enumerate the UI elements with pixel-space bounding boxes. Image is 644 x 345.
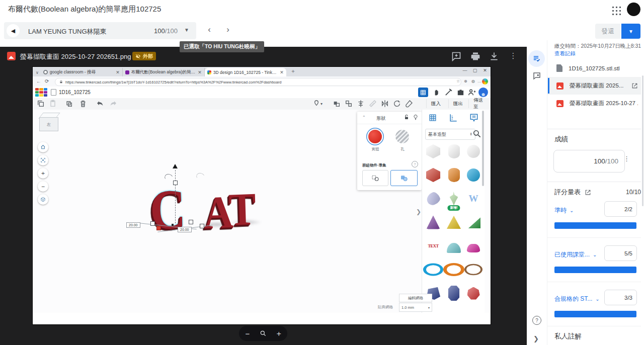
copy-icon[interactable]: [37, 100, 45, 108]
home-view-button[interactable]: [38, 142, 48, 152]
shape-tile-prism[interactable]: [443, 284, 464, 303]
shape-tile-paraboloid[interactable]: [443, 236, 464, 255]
grade-menu-icon[interactable]: ⋮: [623, 155, 630, 162]
delete-icon[interactable]: [79, 100, 87, 108]
tinkercad-avatar[interactable]: ☻: [478, 88, 488, 97]
criterion-label[interactable]: 準時⌄: [554, 206, 574, 215]
open-in-new-icon[interactable]: [631, 82, 638, 89]
view-cube[interactable]: 左: [39, 113, 60, 133]
tinkercad-logo[interactable]: [35, 88, 47, 97]
shape-tile-half-sphere[interactable]: [464, 236, 482, 255]
scale-handle[interactable]: [173, 181, 178, 185]
zoom-in-icon[interactable]: ＋: [274, 329, 284, 338]
duplicate-icon[interactable]: [65, 100, 73, 108]
panel-collapse-icon[interactable]: ❯: [416, 208, 421, 215]
chevron-down-icon[interactable]: ▾: [320, 102, 329, 110]
export-button[interactable]: 匯出: [448, 99, 467, 108]
zoom-out-button[interactable]: −: [38, 181, 48, 192]
history-link[interactable]: 查看記錄: [554, 50, 576, 57]
edge-browser-icon[interactable]: [482, 78, 488, 84]
browser-tab[interactable]: 布爾代數(Boolean algebra)的簡單...✕: [123, 68, 205, 76]
shape-tile-text-w[interactable]: W: [464, 189, 482, 208]
print-icon[interactable]: [470, 51, 480, 61]
criterion-score-input[interactable]: 2/2: [604, 201, 637, 217]
student-selector[interactable]: ◀ LAM YEUNG TUNG林陽東 100/100 ▼: [4, 22, 196, 39]
shape-tile-pyramid[interactable]: [443, 213, 464, 232]
view-cube-face[interactable]: 左: [39, 117, 58, 131]
briefcase-icon[interactable]: [456, 88, 465, 97]
active-handle[interactable]: [156, 226, 161, 230]
attachment-row[interactable]: 螢幕擷取畫面 2025...: [547, 77, 641, 95]
ungroup-icon[interactable]: [345, 100, 353, 108]
criterion-label[interactable]: 合規格的 ST...⌄: [554, 295, 600, 303]
corner-handle[interactable]: [150, 221, 155, 226]
ruler-tool-icon[interactable]: [448, 113, 458, 123]
group-option-button-selected[interactable]: [390, 170, 418, 186]
attachment-row[interactable]: 1D16_102725.stl.stl: [547, 59, 641, 77]
student-prev-icon[interactable]: ◀: [7, 24, 20, 37]
panel-scrollbar[interactable]: [482, 111, 484, 186]
sidebar-scrollbar[interactable]: [642, 75, 643, 206]
hand-tool-icon[interactable]: [432, 88, 441, 97]
grade-input[interactable]: 100/100: [553, 150, 625, 172]
shape-tile-roof[interactable]: [464, 213, 482, 232]
shape-tile-tube[interactable]: [423, 260, 443, 279]
snap-grid-dropdown[interactable]: 1.0 mm▾: [399, 303, 432, 312]
shape-tile-hole-sphere[interactable]: [464, 142, 482, 161]
grading-tab[interactable]: [528, 50, 545, 67]
profile-icon[interactable]: ◍: [471, 79, 475, 83]
shape-tile-torus[interactable]: [443, 260, 464, 279]
group-option-button[interactable]: [362, 170, 388, 186]
align-icon[interactable]: [357, 100, 365, 108]
prev-student-button[interactable]: ‹: [203, 25, 215, 35]
shape-tile-sphere[interactable]: [464, 165, 482, 185]
letter-t-shape[interactable]: T: [228, 186, 257, 233]
send-to-button[interactable]: 傳送至: [468, 99, 491, 108]
shape-tile-icosahedron[interactable]: [464, 284, 482, 303]
edit-grid-button[interactable]: 編輯網格: [399, 294, 432, 302]
shape-tile-torus-thin[interactable]: [464, 260, 482, 279]
shape-tile-hole-box[interactable]: [423, 142, 443, 161]
lightbulb-icon[interactable]: [413, 114, 419, 120]
workplane-pin-icon[interactable]: [312, 100, 320, 108]
help-icon[interactable]: ?: [412, 161, 418, 167]
download-icon[interactable]: [489, 51, 499, 61]
more-options-icon[interactable]: ⋮: [508, 51, 518, 61]
zoom-in-button[interactable]: ＋: [38, 168, 48, 179]
window-close-icon[interactable]: ✕: [481, 68, 489, 73]
refresh-icon[interactable]: ⟳: [45, 78, 49, 84]
attachment-row[interactable]: 螢幕擷取畫面 2025-10-27 ...: [547, 95, 641, 112]
window-restore-icon[interactable]: ▢: [471, 68, 478, 73]
tab-close-icon[interactable]: ✕: [280, 70, 284, 75]
back-icon[interactable]: ←: [36, 78, 41, 84]
undo-icon[interactable]: [96, 100, 104, 108]
shape-tile-spinner-top[interactable]: 新增!: [443, 189, 464, 208]
rotate-handle-icon[interactable]: [195, 172, 205, 182]
tools-icon[interactable]: [444, 88, 453, 97]
return-button[interactable]: 發還: [595, 24, 620, 39]
window-minimize-icon[interactable]: —: [461, 68, 468, 73]
return-dropdown-button[interactable]: ▼: [621, 24, 640, 39]
tab-search-icon[interactable]: ∨: [36, 70, 39, 75]
comments-tab-icon[interactable]: [532, 71, 541, 80]
raise-handle-icon[interactable]: [173, 164, 178, 168]
add-comment-icon[interactable]: [451, 51, 461, 61]
browser-tab[interactable]: 3D design 1D16_102725 - Tinker...✕: [205, 68, 286, 76]
snap-grid-toggle[interactable]: [418, 88, 428, 97]
sidebar-collapse-icon[interactable]: ❯: [533, 335, 539, 342]
perspective-toggle-button[interactable]: [38, 194, 48, 205]
collections-icon[interactable]: ⊕: [464, 79, 467, 83]
workplane-icon[interactable]: [428, 113, 438, 123]
ruler-icon[interactable]: [369, 100, 377, 108]
fit-view-button[interactable]: [38, 155, 48, 165]
tab-close-icon[interactable]: ✕: [198, 70, 202, 75]
browser-menu-icon[interactable]: …: [477, 79, 481, 83]
collapse-icon[interactable]: ⌃: [362, 115, 366, 120]
magnifier-icon[interactable]: [260, 330, 267, 337]
criterion-label[interactable]: 已使用課堂...⌄: [554, 250, 597, 259]
shape-tile-hole-cylinder[interactable]: [443, 142, 464, 161]
tinkercad-canvas[interactable]: C A T 20.00 20.00: [33, 110, 491, 313]
shape-tile-cone[interactable]: [423, 213, 443, 232]
solid-color-swatch[interactable]: [368, 130, 382, 143]
next-student-button[interactable]: ›: [222, 25, 234, 35]
